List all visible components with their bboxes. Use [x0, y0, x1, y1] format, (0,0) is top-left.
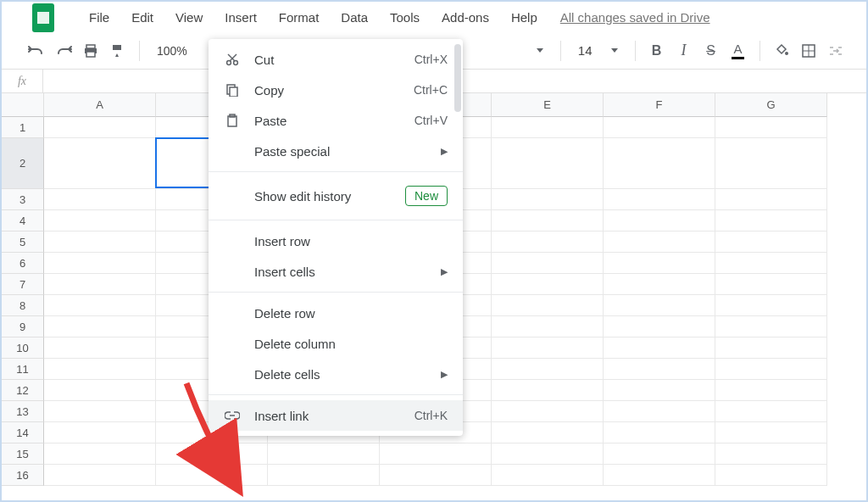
row-header[interactable]: 6 — [2, 253, 44, 274]
cell[interactable] — [604, 380, 715, 401]
sheets-logo[interactable] — [32, 3, 54, 32]
cell[interactable] — [156, 443, 268, 465]
cell[interactable] — [492, 189, 604, 210]
cm-insert-row[interactable]: Insert row — [209, 226, 463, 256]
cell[interactable] — [492, 231, 604, 253]
row-header[interactable]: 3 — [2, 189, 44, 210]
row-header[interactable]: 2 — [2, 138, 44, 189]
selected-cell[interactable] — [155, 137, 211, 188]
cell[interactable] — [492, 117, 604, 138]
cell[interactable] — [492, 401, 604, 422]
row-header[interactable]: 1 — [2, 117, 44, 138]
cell[interactable] — [492, 295, 604, 316]
row-header[interactable]: 15 — [2, 443, 44, 465]
menu-data[interactable]: Data — [330, 5, 379, 30]
cell[interactable] — [44, 465, 156, 486]
menu-insert[interactable]: Insert — [214, 5, 268, 30]
cell[interactable] — [604, 337, 715, 359]
print-icon[interactable] — [81, 42, 100, 60]
cell[interactable] — [604, 189, 715, 210]
cell[interactable] — [715, 337, 827, 359]
cm-cut[interactable]: Cut Ctrl+X — [209, 44, 463, 75]
zoom-dropdown[interactable]: 100% — [152, 44, 192, 58]
cm-delete-row[interactable]: Delete row — [209, 298, 463, 328]
cell[interactable] — [715, 138, 827, 189]
cm-paste[interactable]: Paste Ctrl+V — [209, 105, 463, 136]
cell[interactable] — [604, 274, 715, 295]
row-header[interactable]: 7 — [2, 274, 44, 295]
cell[interactable] — [604, 422, 715, 443]
menu-file[interactable]: File — [78, 5, 120, 30]
cell[interactable] — [715, 295, 827, 316]
cell[interactable] — [44, 316, 156, 337]
cell[interactable] — [44, 231, 156, 253]
cell[interactable] — [604, 316, 715, 337]
cell[interactable] — [492, 443, 604, 465]
cell[interactable] — [44, 359, 156, 380]
row-header[interactable]: 14 — [2, 422, 44, 443]
cell[interactable] — [44, 274, 156, 295]
select-all-corner[interactable] — [2, 93, 44, 117]
row-header[interactable]: 8 — [2, 295, 44, 316]
cell[interactable] — [715, 117, 827, 138]
row-header[interactable]: 10 — [2, 337, 44, 359]
menu-addons[interactable]: Add-ons — [431, 5, 500, 30]
cell[interactable] — [715, 210, 827, 231]
cell[interactable] — [715, 465, 827, 486]
cell[interactable] — [380, 465, 492, 486]
cell[interactable] — [715, 380, 827, 401]
row-header[interactable]: 11 — [2, 359, 44, 380]
menu-help[interactable]: Help — [500, 5, 548, 30]
cell[interactable] — [492, 138, 604, 189]
col-header[interactable]: G — [715, 93, 827, 117]
cm-paste-special[interactable]: Paste special ▶ — [209, 136, 463, 166]
cm-delete-column[interactable]: Delete column — [209, 328, 463, 359]
row-header[interactable]: 16 — [2, 465, 44, 486]
cell[interactable] — [492, 359, 604, 380]
row-header[interactable]: 12 — [2, 380, 44, 401]
cell[interactable] — [715, 359, 827, 380]
undo-icon[interactable] — [27, 42, 46, 60]
fill-color-button[interactable] — [772, 42, 791, 60]
cell[interactable] — [492, 422, 604, 443]
cell[interactable] — [156, 465, 268, 486]
cell[interactable] — [268, 443, 380, 465]
cell[interactable] — [44, 189, 156, 210]
cell[interactable] — [604, 138, 715, 189]
cell[interactable] — [715, 274, 827, 295]
cell[interactable] — [715, 422, 827, 443]
cell[interactable] — [492, 380, 604, 401]
cell[interactable] — [492, 337, 604, 359]
font-size-dropdown[interactable]: 14 — [573, 43, 623, 58]
cell[interactable] — [604, 231, 715, 253]
cell[interactable] — [604, 401, 715, 422]
menu-format[interactable]: Format — [268, 5, 331, 30]
bold-button[interactable]: B — [648, 42, 666, 60]
cell[interactable] — [44, 422, 156, 443]
row-header[interactable]: 5 — [2, 231, 44, 253]
cell[interactable] — [604, 359, 715, 380]
cell[interactable] — [604, 253, 715, 274]
cm-delete-cells[interactable]: Delete cells ▶ — [209, 359, 463, 389]
cell[interactable] — [44, 337, 156, 359]
cell[interactable] — [268, 465, 380, 486]
cell[interactable] — [715, 231, 827, 253]
cell[interactable] — [44, 380, 156, 401]
italic-button[interactable]: I — [675, 42, 693, 60]
cell[interactable] — [44, 117, 156, 138]
cell[interactable] — [44, 210, 156, 231]
col-header[interactable]: E — [492, 93, 604, 117]
save-status[interactable]: All changes saved in Drive — [560, 10, 710, 25]
cell[interactable] — [604, 117, 715, 138]
col-header[interactable]: F — [604, 93, 715, 117]
cell[interactable] — [604, 295, 715, 316]
borders-button[interactable] — [799, 42, 818, 60]
cell[interactable] — [715, 316, 827, 337]
col-header[interactable]: A — [44, 93, 156, 117]
cell[interactable] — [380, 443, 492, 465]
cell[interactable] — [715, 443, 827, 465]
redo-icon[interactable] — [54, 42, 73, 60]
cell[interactable] — [492, 465, 604, 486]
cell[interactable] — [715, 189, 827, 210]
row-header[interactable]: 4 — [2, 210, 44, 231]
